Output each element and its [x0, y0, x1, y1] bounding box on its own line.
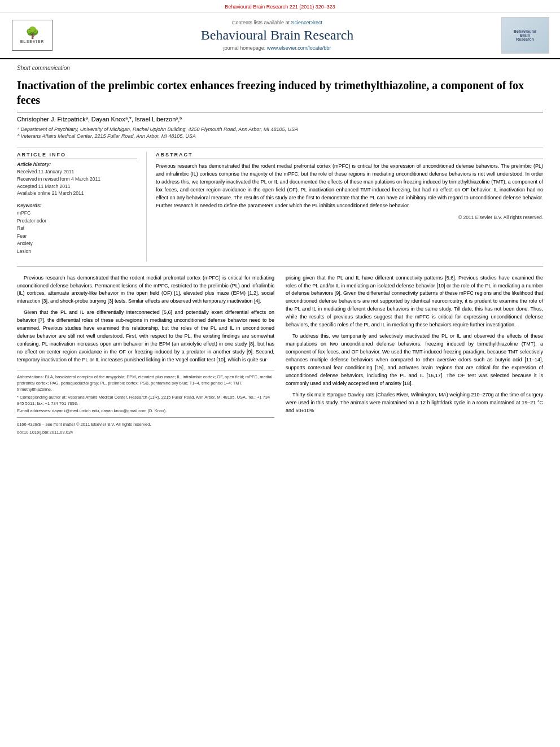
keyword-anxiety: Anxiety [17, 240, 137, 248]
elsevier-logo: 🌳 ELSEVIER [12, 20, 53, 51]
journal-thumbnail: BehaviouralBrainResearch [501, 17, 549, 54]
keywords-section: Keywords: mPFC Predator odor Rat Fear An… [17, 203, 137, 256]
article-title: Inactivation of the prelimbic cortex enh… [17, 73, 543, 112]
elsevier-logo-area: 🌳 ELSEVIER [7, 17, 58, 54]
authors-line: Christopher J. Fitzpatrickᵃ, Dayan Knoxᵃ… [17, 112, 543, 125]
body-para-5: Thirty-six male Sprague Dawley rats (Cha… [286, 391, 543, 415]
received-date: Received 11 January 2011 [17, 168, 137, 176]
keyword-predator: Predator odor [17, 217, 137, 225]
top-bar: Behavioural Brain Research 221 (2011) 32… [0, 0, 560, 12]
body-para-2: Given that the PL and IL are differentia… [17, 309, 274, 364]
keyword-fear: Fear [17, 233, 137, 241]
affiliation-b: ᵇ Veterans Affairs Medical Center, 2215 … [17, 133, 543, 139]
body-column-left: Previous research has demonstrated that … [17, 274, 274, 436]
body-column-right: prising given that the PL and IL have di… [286, 274, 543, 436]
journal-homepage: journal homepage: www.elsevier.com/locat… [224, 45, 331, 51]
elsevier-tree-icon: 🌳 [25, 27, 40, 38]
body-para-4: To address this, we temporarily and sele… [286, 333, 543, 388]
footnote-abbrev: Abbreviations: BLA, basolateral complex … [17, 374, 274, 393]
abstract-label: ABSTRACT [156, 152, 543, 159]
footnote-corresponding: * Corresponding author at: Veterans Affa… [17, 394, 274, 407]
article-info-label: ARTICLE INFO [17, 152, 137, 159]
body-left-text: Previous research has demonstrated that … [17, 274, 274, 364]
contents-text: Contents lists available at [232, 20, 290, 25]
abstract-section: ABSTRACT Previous research has demonstra… [147, 152, 543, 261]
keyword-lesion: Lesion [17, 248, 137, 256]
copyright-line: © 2011 Elsevier B.V. All rights reserved… [156, 215, 543, 220]
affiliations: ᵃ Department of Psychiatry, University o… [17, 125, 543, 141]
article-info-column: ARTICLE INFO Article history: Received 1… [17, 152, 147, 261]
article-body: Short communication Inactivation of the … [0, 59, 560, 442]
footnote-license: 0166-4328/$ – see front matter © 2011 El… [17, 421, 274, 427]
body-para-1: Previous research has demonstrated that … [17, 274, 274, 306]
footnote-doi: doi:10.1016/j.bbr.2011.03.024 [17, 429, 274, 435]
abstract-text: Previous research has demonstrated that … [156, 163, 543, 210]
contents-line: Contents lists available at ScienceDirec… [232, 20, 322, 25]
keyword-rat: Rat [17, 225, 137, 233]
sciencedirect-link[interactable]: ScienceDirect [291, 20, 323, 25]
accepted-date: Accepted 11 March 2011 [17, 183, 137, 190]
journal-thumbnail-area: BehaviouralBrainResearch [497, 17, 553, 54]
journal-citation: Behavioural Brain Research 221 (2011) 32… [225, 4, 335, 10]
authors-text: Christopher J. Fitzpatrickᵃ, Dayan Knoxᵃ… [17, 116, 182, 123]
journal-header-center: Contents lists available at ScienceDirec… [58, 17, 497, 54]
body-right-text: prising given that the PL and IL have di… [286, 274, 543, 415]
article-history-section: ARTICLE INFO Article history: Received 1… [17, 152, 137, 197]
main-content: Previous research has demonstrated that … [17, 274, 543, 442]
keywords-label: Keywords: [17, 203, 137, 208]
footnote-divider [17, 417, 274, 418]
revised-date: Received in revised form 4 March 2011 [17, 176, 137, 183]
homepage-url[interactable]: www.elsevier.com/locate/bbr [267, 45, 331, 51]
available-date: Available online 21 March 2011 [17, 190, 137, 197]
history-sublabel: Article history: [17, 161, 137, 167]
footnotes-section: Abbreviations: BLA, basolateral complex … [17, 370, 274, 435]
footnote-email: E-mail addresses: dayank@med.umich.edu, … [17, 408, 274, 414]
journal-header: 🌳 ELSEVIER Contents lists available at S… [0, 12, 560, 59]
journal-title: Behavioural Brain Research [201, 28, 354, 43]
footnotes-text: Abbreviations: BLA, basolateral complex … [17, 374, 274, 435]
elsevier-wordmark: ELSEVIER [20, 40, 45, 43]
body-para-3: prising given that the PL and IL have di… [286, 274, 543, 330]
homepage-label: journal homepage: [224, 45, 266, 51]
affiliation-a: ᵃ Department of Psychiatry, University o… [17, 126, 543, 132]
article-type-label: Short communication [17, 59, 543, 73]
info-abstract-section: ARTICLE INFO Article history: Received 1… [17, 147, 543, 267]
keyword-mpfc: mPFC [17, 209, 137, 217]
